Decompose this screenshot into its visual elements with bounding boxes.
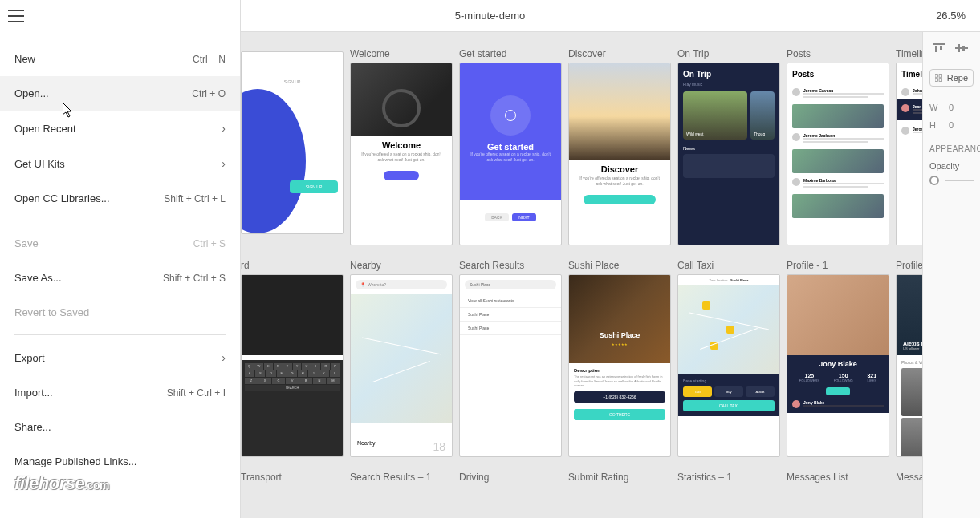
slider-track — [945, 180, 974, 181]
artboard-label: Submit Rating — [568, 471, 671, 483]
menu-item-label: Save — [14, 237, 39, 249]
menu-item-label: Import... — [14, 386, 53, 399]
artboard[interactable]: TimelineTimelineJohn BrownJean ConteJero… — [896, 48, 922, 245]
chevron-right-icon: › — [222, 122, 226, 135]
artboard-thumbnail[interactable]: Sushi Place★★★★★DescriptionThe restauran… — [568, 274, 671, 457]
menu-item-share[interactable]: Share... — [0, 410, 240, 444]
artboard-label: Get started — [459, 48, 562, 59]
artboard[interactable]: Profile - 2Alexis MoralesUS followerPhot… — [896, 260, 922, 457]
menu-item-open[interactable]: Open...Ctrl + O — [0, 76, 240, 111]
opacity-slider[interactable] — [929, 176, 974, 185]
artboard[interactable]: PostsPostsJerome GaveauJerome JacksonMax… — [787, 48, 889, 245]
menu-shortcut: Ctrl + O — [192, 88, 226, 99]
slider-thumb-icon[interactable] — [929, 176, 939, 185]
menu-item-new[interactable]: NewCtrl + N — [0, 42, 240, 76]
artboard[interactable]: Get startedGet startedIf you're offered … — [459, 48, 562, 245]
hamburger-menu-button-open[interactable] — [0, 0, 32, 32]
height-value[interactable]: 0 — [949, 120, 954, 130]
artboard-thumbnail[interactable]: QWERTYUIOPASDFGHJKLZXCVBNMSEARCH — [241, 274, 344, 457]
menu-item-label: Save As... — [14, 272, 62, 284]
artboard[interactable]: Submit Rating — [568, 471, 671, 486]
menu-item-open-cc-libraries[interactable]: Open CC Libraries...Shift + Ctrl + L — [0, 181, 240, 216]
artboard-thumbnail[interactable]: SIGN UPSIGN UP — [241, 51, 344, 234]
artboard-thumbnail[interactable]: PostsJerome GaveauJerome JacksonMaxime B… — [787, 63, 889, 245]
menu-item-save-as[interactable]: Save As...Shift + Ctrl + S — [0, 261, 240, 295]
artboard-label: Transport — [241, 471, 344, 483]
menu-item-label: Open CC Libraries... — [14, 192, 110, 204]
watermark: filehorse.com — [14, 473, 109, 494]
opacity-label: Opacity — [929, 161, 974, 171]
menu-shortcut: Shift + Ctrl + L — [164, 193, 226, 204]
artboard[interactable]: Messages — [896, 471, 922, 486]
artboard-thumbnail[interactable]: Alexis MoralesUS followerPhotos & Videos — [896, 274, 922, 457]
artboard[interactable]: Sushi PlaceSushi Place★★★★★DescriptionTh… — [568, 260, 671, 457]
artboard-label: Call Taxi — [677, 260, 780, 271]
artboard-label: Posts — [787, 48, 889, 59]
menu-item-label: Open Recent — [14, 123, 76, 135]
artboard-thumbnail[interactable]: 📍Where to?Nearby18 — [350, 274, 453, 457]
artboard-label: Statistics – 1 — [677, 471, 780, 483]
width-label: W — [929, 103, 941, 112]
menu-item-export[interactable]: Export› — [0, 340, 240, 375]
appearance-section-label: APPEARANCE — [929, 144, 974, 153]
document-title: 5-minute-demo — [455, 10, 525, 22]
artboard-thumbnail[interactable]: On TripPlay musicWild westThougNews — [677, 63, 780, 245]
artboard-label: Nearby — [350, 260, 453, 271]
artboard-thumbnail[interactable]: DiscoverIf you're offered a seat on a ro… — [568, 63, 671, 245]
grid-icon — [935, 73, 942, 83]
menu-item-save: SaveCtrl + S — [0, 226, 240, 261]
menu-shortcut: Ctrl + S — [193, 238, 226, 249]
align-middle-icon[interactable] — [955, 42, 968, 55]
menu-item-label: Revert to Saved — [14, 306, 89, 318]
menu-item-label: Export — [14, 352, 45, 364]
artboard[interactable]: Search Results – 1 — [350, 471, 453, 486]
menu-shortcut: Shift + Ctrl + S — [163, 273, 226, 284]
repeat-grid-button[interactable]: Repe — [929, 69, 974, 87]
zoom-level[interactable]: 26.5% — [936, 10, 980, 22]
artboard-label: Search Results – 1 — [350, 471, 453, 483]
menu-divider — [14, 221, 226, 221]
artboard[interactable]: Nearby📍Where to?Nearby18 — [350, 260, 453, 457]
artboard[interactable]: Call TaxiYour location Sushi PlaceBase s… — [677, 260, 780, 457]
svg-rect-4 — [935, 75, 938, 78]
svg-rect-2 — [958, 44, 960, 52]
artboard-thumbnail[interactable]: Jony Blake125FOLLOWERS150FOLLOWING321LIK… — [787, 274, 889, 457]
artboard-label: Discover — [568, 48, 671, 59]
artboard-label: Search Results — [459, 260, 562, 271]
svg-rect-7 — [939, 79, 942, 82]
artboard[interactable]: WelcomeWelcomeIf you're offered a seat o… — [350, 48, 453, 245]
repeat-grid-label: Repe — [947, 73, 968, 83]
artboard-thumbnail[interactable]: Your location Sushi PlaceBase startingTa… — [677, 274, 780, 457]
menu-item-import[interactable]: Import...Shift + Ctrl + I — [0, 375, 240, 410]
artboard[interactable]: SIGN UPSIGN UP — [241, 48, 344, 245]
height-label: H — [929, 120, 941, 130]
menu-shortcut: Ctrl + N — [193, 54, 226, 65]
artboard-thumbnail[interactable]: Sushi PlaceView all Sushi restaurantsSus… — [459, 274, 562, 457]
artboard-label: Messages — [896, 471, 922, 483]
artboard-thumbnail[interactable]: WelcomeIf you're offered a seat on a roc… — [350, 63, 453, 245]
artboard[interactable]: Transport — [241, 471, 344, 486]
artboard[interactable]: Search ResultsSushi PlaceView all Sushi … — [459, 260, 562, 457]
artboard[interactable]: DiscoverDiscoverIf you're offered a seat… — [568, 48, 671, 245]
svg-rect-3 — [962, 46, 965, 51]
artboard[interactable]: Profile - 1Jony Blake125FOLLOWERS150FOLL… — [787, 260, 889, 457]
menu-item-label: Manage Published Links... — [14, 455, 136, 467]
menu-item-revert-to-saved: Revert to Saved — [0, 295, 240, 330]
artboard[interactable]: On TripOn TripPlay musicWild westThougNe… — [677, 48, 780, 245]
artboard-thumbnail[interactable]: TimelineJohn BrownJean ConteJerome Gavea… — [896, 63, 922, 245]
width-value[interactable]: 0 — [949, 103, 954, 112]
menu-shortcut: Shift + Ctrl + I — [167, 387, 226, 399]
hamburger-icon — [8, 10, 24, 22]
menu-divider — [14, 334, 226, 335]
artboard[interactable]: Messages List — [787, 471, 889, 486]
artboard[interactable]: Statistics – 1 — [677, 471, 780, 486]
artboard-label: On Trip — [677, 48, 780, 59]
menu-item-open-recent[interactable]: Open Recent› — [0, 111, 240, 146]
artboard[interactable]: Driving — [459, 471, 562, 486]
align-top-icon[interactable] — [933, 42, 945, 55]
properties-panel: Repe W 0 H 0 APPEARANCE Opacity — [922, 32, 980, 518]
artboard[interactable]: rdQWERTYUIOPASDFGHJKLZXCVBNMSEARCH — [241, 260, 344, 457]
menu-item-get-ui-kits[interactable]: Get UI Kits› — [0, 146, 240, 181]
artboard-thumbnail[interactable]: Get startedIf you're offered a seat on a… — [459, 63, 562, 245]
artboard-label: Messages List — [787, 471, 889, 483]
